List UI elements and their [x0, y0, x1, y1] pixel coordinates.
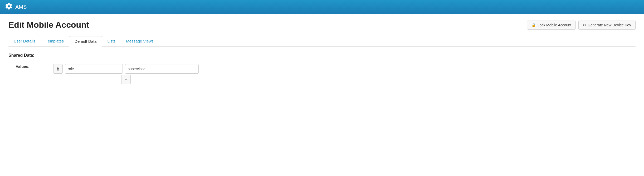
tab-message-views[interactable]: Message Views	[121, 36, 159, 47]
refresh-icon: ↻	[583, 23, 586, 27]
header-actions: 🔒 Lock Mobile Account ↻ Generate New Dev…	[527, 21, 636, 30]
page-title: Edit Mobile Account	[8, 20, 89, 30]
lock-mobile-account-button[interactable]: 🔒 Lock Mobile Account	[527, 21, 576, 30]
tabs: User Details Templates Default Data List…	[8, 36, 636, 46]
lock-icon: 🔒	[531, 23, 536, 27]
tab-user-details[interactable]: User Details	[8, 36, 41, 47]
gear-icon	[5, 3, 13, 11]
values-area: Values: 🗑 +	[8, 64, 636, 84]
section-title: Shared Data:	[8, 53, 636, 58]
app-name: AMS	[15, 4, 27, 10]
trash-icon: 🗑	[56, 67, 60, 71]
shared-data-section: Shared Data: Values: 🗑 +	[8, 53, 636, 84]
plus-icon: +	[125, 77, 128, 82]
values-row: 🗑	[53, 64, 199, 74]
brand: AMS	[5, 3, 27, 11]
page-header: Edit Mobile Account 🔒 Lock Mobile Accoun…	[8, 20, 636, 30]
key-input[interactable]	[65, 64, 123, 74]
page-content: Edit Mobile Account 🔒 Lock Mobile Accoun…	[0, 14, 644, 91]
navbar: AMS	[0, 0, 644, 14]
lock-mobile-account-label: Lock Mobile Account	[538, 23, 571, 27]
tab-templates[interactable]: Templates	[41, 36, 69, 47]
tab-default-data[interactable]: Default Data	[69, 36, 102, 47]
tabs-container: User Details Templates Default Data List…	[8, 36, 636, 47]
add-row-button[interactable]: +	[121, 75, 131, 84]
generate-new-device-key-button[interactable]: ↻ Generate New Device Key	[578, 21, 636, 30]
values-section: 🗑 +	[53, 64, 199, 84]
tab-lists[interactable]: Lists	[102, 36, 121, 47]
delete-row-button[interactable]: 🗑	[53, 64, 63, 74]
generate-new-device-key-label: Generate New Device Key	[588, 23, 631, 27]
value-input[interactable]	[125, 64, 199, 74]
values-label: Values:	[8, 64, 30, 69]
